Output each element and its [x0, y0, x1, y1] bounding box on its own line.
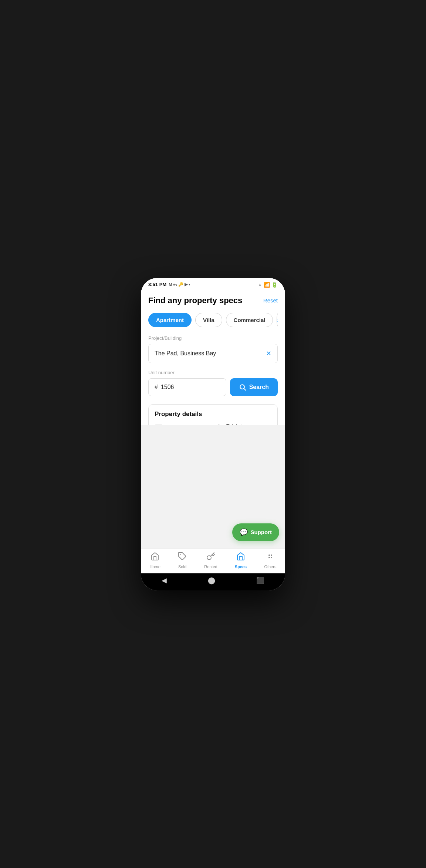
sold-icon: [178, 552, 187, 563]
nav-specs[interactable]: Specs: [235, 552, 247, 569]
support-container: 💬 Support: [141, 425, 285, 549]
back-button[interactable]: ◀: [162, 576, 167, 584]
home-nav-label: Home: [150, 564, 160, 569]
signal-icon: ▲: [258, 282, 262, 287]
property-details-card: Property details 1 B/R Apartment: [148, 404, 278, 425]
phone-frame: 3:51 PM M 🗝 🔑 ▶ • ▲ 📶 🔋: [141, 278, 285, 590]
nav-sold[interactable]: Sold: [178, 552, 187, 569]
svg-point-20: [271, 554, 272, 556]
unit-value: 1506: [161, 384, 174, 391]
specs-icon: [236, 552, 245, 563]
svg-point-19: [268, 554, 270, 556]
search-icon: [239, 383, 246, 391]
others-icon: [266, 552, 275, 563]
recents-button[interactable]: ⬛: [256, 576, 264, 584]
pill-villa[interactable]: Villa: [195, 313, 222, 327]
home-icon: [151, 552, 159, 563]
whatsapp-icon: 💬: [240, 528, 248, 536]
status-right: ▲ 📶 🔋: [258, 282, 278, 288]
clear-project-icon[interactable]: ✕: [266, 349, 271, 358]
bottom-nav: Home Sold Rented: [141, 549, 285, 573]
reset-button[interactable]: Reset: [263, 297, 278, 304]
svg-point-21: [268, 557, 270, 558]
rented-icon: [206, 552, 215, 563]
unit-hash: #: [155, 384, 158, 391]
pill-more-button[interactable]: ›: [277, 313, 278, 326]
status-bar: 3:51 PM M 🗝 🔑 ▶ • ▲ 📶 🔋: [141, 278, 285, 290]
wifi-icon: 📶: [264, 282, 270, 288]
gmail-icon: M: [169, 282, 172, 287]
project-input[interactable]: The Pad, Business Bay ✕: [148, 344, 278, 363]
sold-nav-label: Sold: [178, 564, 186, 569]
home-button[interactable]: ⬤: [208, 576, 215, 584]
phone-screen: 3:51 PM M 🗝 🔑 ▶ • ▲ 📶 🔋: [141, 278, 285, 590]
unit-input[interactable]: # 1506: [148, 378, 226, 396]
unit-row: # 1506 Search: [148, 378, 278, 396]
svg-point-22: [271, 557, 272, 558]
project-value: The Pad, Business Bay: [155, 350, 216, 357]
page-title: Find any property specs: [148, 296, 242, 305]
support-label: Support: [251, 529, 272, 535]
main-content: Find any property specs Reset Apartment …: [141, 290, 285, 425]
scroll-area: Find any property specs Reset Apartment …: [141, 290, 285, 549]
nav-home[interactable]: Home: [150, 552, 160, 569]
dot-icon: •: [189, 282, 190, 287]
pill-apartment[interactable]: Apartment: [148, 313, 192, 327]
unit-label: Unit number: [148, 370, 278, 375]
search-label: Search: [249, 384, 269, 391]
rented-nav-label: Rented: [204, 564, 217, 569]
property-details-title: Property details: [155, 410, 271, 418]
status-left: 3:51 PM M 🗝 🔑 ▶ •: [148, 282, 190, 287]
others-nav-label: Others: [264, 564, 276, 569]
specs-nav-label: Specs: [235, 564, 247, 569]
chevron-right-icon: ›: [277, 316, 278, 324]
status-icons: M 🗝 🔑 ▶ •: [169, 282, 190, 287]
battery-icon: 🔋: [271, 282, 278, 288]
svg-rect-17: [239, 557, 242, 560]
youtube-icon: ▶: [185, 282, 187, 287]
support-button[interactable]: 💬 Support: [232, 523, 280, 541]
project-label: Project/Building: [148, 335, 278, 341]
nav-rented[interactable]: Rented: [204, 552, 217, 569]
unit-field-container: Unit number # 1506 Search: [148, 370, 278, 396]
search-button[interactable]: Search: [230, 378, 278, 396]
project-field-container: Project/Building The Pad, Business Bay ✕: [148, 335, 278, 363]
key-icon: 🗝: [173, 282, 177, 287]
pill-commercial[interactable]: Commercial: [226, 313, 273, 327]
svg-line-1: [244, 388, 246, 390]
nav-others[interactable]: Others: [264, 552, 276, 569]
page-header: Find any property specs Reset: [148, 296, 278, 305]
status-time: 3:51 PM: [148, 282, 166, 287]
property-type-pills: Apartment Villa Commercial ›: [148, 313, 278, 327]
system-bar: ◀ ⬤ ⬛: [141, 573, 285, 590]
key2-icon: 🔑: [178, 282, 183, 287]
